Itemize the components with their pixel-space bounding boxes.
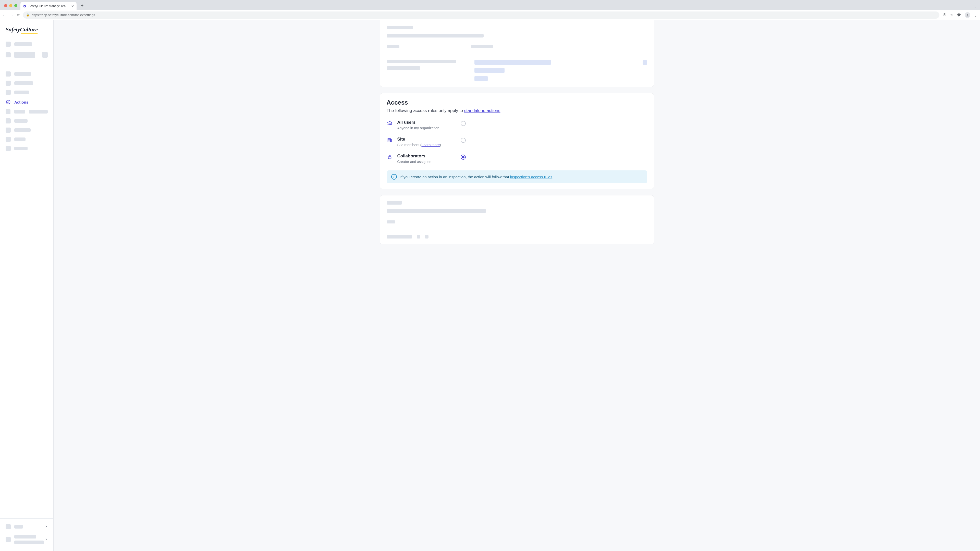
option-title: All users	[397, 120, 456, 125]
access-option-all-users[interactable]: All users Anyone in my organization	[387, 120, 647, 130]
extensions-icon[interactable]	[957, 13, 961, 17]
window-controls	[3, 4, 21, 10]
nav-forward-icon[interactable]: →	[10, 13, 13, 17]
app-shell: SafetyCulture	[0, 20, 980, 551]
tabs-dropdown-icon[interactable]: ⌄	[974, 5, 977, 8]
chevron-right-icon	[45, 537, 48, 541]
main-content: Access The following access rules only a…	[54, 20, 980, 551]
option-description: Site members (Learn more)	[397, 143, 456, 147]
radio-all-users[interactable]	[461, 121, 466, 126]
tab-close-icon[interactable]: ✕	[71, 5, 74, 8]
window-minimize-icon[interactable]	[9, 4, 12, 7]
sidebar-footer-item[interactable]	[6, 532, 48, 547]
standalone-actions-link[interactable]: standalone actions	[464, 108, 501, 113]
access-subtitle-suffix: .	[501, 108, 502, 113]
tab-strip: SafetyCulture: Manage Teams and … ✕ + ⌄	[0, 0, 980, 10]
svg-rect-5	[388, 157, 391, 159]
brand-logo-text: SafetyCulture	[6, 26, 38, 33]
settings-panel-skeleton-bottom	[380, 195, 654, 245]
access-heading: Access	[387, 99, 647, 106]
info-banner: i If you create an action in an inspecti…	[387, 170, 647, 183]
sidebar-skeleton-item	[6, 40, 48, 49]
browser-tab[interactable]: SafetyCulture: Manage Teams and … ✕	[21, 2, 76, 10]
address-url: https://app.safetyculture.com/tasks/sett…	[32, 13, 95, 17]
chevron-right-icon	[45, 525, 48, 529]
svg-point-1	[967, 14, 968, 15]
tab-title: SafetyCulture: Manage Teams and …	[29, 4, 69, 8]
sidebar-skeleton-item	[6, 79, 48, 88]
sidebar-skeleton-item	[6, 144, 48, 153]
sidebar-skeleton-item	[6, 69, 48, 79]
sidebar-skeleton-item	[6, 49, 48, 61]
window-zoom-icon[interactable]	[14, 4, 18, 7]
svg-point-2	[6, 100, 10, 104]
inspection-access-rules-link[interactable]: inspection's access rules	[510, 175, 552, 179]
profile-avatar-icon[interactable]	[965, 12, 970, 18]
option-description: Anyone in my organization	[397, 126, 456, 130]
window-close-icon[interactable]	[4, 4, 7, 7]
bookmark-icon[interactable]: ☆	[950, 13, 953, 17]
sidebar-skeleton-item	[6, 116, 48, 125]
access-panel: Access The following access rules only a…	[380, 93, 654, 189]
sidebar-footer-item[interactable]	[6, 521, 48, 532]
share-icon[interactable]	[942, 13, 947, 17]
lock-open-icon	[387, 154, 393, 160]
svg-rect-4	[390, 140, 391, 142]
option-title: Collaborators	[397, 154, 456, 159]
radio-collaborators[interactable]	[461, 155, 466, 160]
sidebar-skeleton-item	[6, 88, 48, 97]
kebab-menu-icon[interactable]: ⋮	[974, 13, 977, 17]
sidebar-skeleton-item	[6, 107, 48, 116]
browser-chrome: SafetyCulture: Manage Teams and … ✕ + ⌄ …	[0, 0, 980, 20]
learn-more-link[interactable]: Learn more	[422, 143, 440, 147]
site-icon	[387, 137, 393, 143]
tab-favicon-icon	[23, 4, 27, 8]
access-subtitle-text: The following access rules only apply to	[387, 108, 464, 113]
new-tab-button[interactable]: +	[79, 3, 85, 9]
address-bar[interactable]: 🔒 https://app.safetyculture.com/tasks/se…	[23, 11, 939, 19]
access-option-site[interactable]: Site Site members (Learn more)	[387, 137, 647, 147]
lock-icon: 🔒	[26, 13, 30, 17]
browser-toolbar: ← → ⟳ 🔒 https://app.safetyculture.com/ta…	[0, 10, 980, 20]
info-text: If you create an action in an inspection…	[401, 175, 554, 179]
access-option-collaborators[interactable]: Collaborators Creator and assignee	[387, 154, 647, 164]
access-subtitle: The following access rules only apply to…	[387, 108, 647, 113]
building-icon	[387, 121, 393, 126]
nav-reload-icon[interactable]: ⟳	[17, 13, 20, 17]
option-title: Site	[397, 137, 456, 142]
info-icon: i	[391, 174, 397, 179]
settings-panel-skeleton-top	[380, 20, 654, 87]
sidebar-item-label: Actions	[14, 100, 28, 104]
sidebar-skeleton-item	[6, 135, 48, 144]
nav-back-icon[interactable]: ←	[3, 13, 6, 17]
option-description: Creator and assignee	[397, 160, 456, 164]
brand-logo[interactable]: SafetyCulture	[0, 26, 53, 40]
radio-site[interactable]	[461, 138, 466, 143]
sidebar: SafetyCulture	[0, 20, 54, 551]
sidebar-item-actions[interactable]: Actions	[6, 97, 48, 107]
sidebar-skeleton-item	[6, 125, 48, 135]
